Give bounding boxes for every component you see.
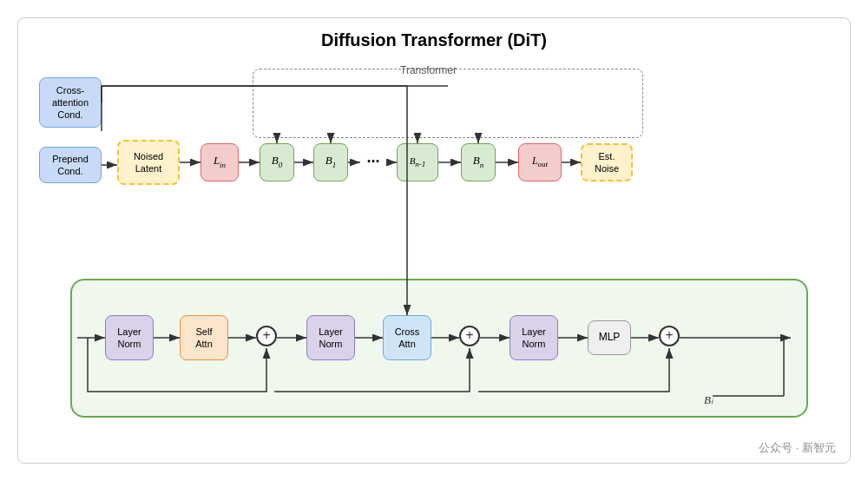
transformer-label: Transformer: [400, 64, 457, 76]
b1-box: B1: [313, 143, 348, 181]
l-out-label: Lout: [532, 155, 548, 170]
l-out-box: Lout: [518, 143, 562, 181]
bn-1-box: Bn-1: [397, 143, 438, 181]
watermark: 公众号 · 新智元: [759, 440, 836, 456]
layer-norm-3-label: LayerNorm: [522, 326, 546, 351]
bn-box: Bn: [461, 143, 496, 181]
self-attn-box: SelfAttn: [180, 315, 228, 360]
bi-text: Bᵢ: [704, 393, 713, 406]
noised-latent-label: NoisedLatent: [134, 150, 163, 175]
layer-norm-2-label: LayerNorm: [319, 326, 343, 351]
l-in-box: Lin: [201, 143, 239, 181]
b0-label: B0: [272, 154, 282, 170]
self-attn-label: SelfAttn: [195, 326, 213, 351]
est-noise-label: Est.Noise: [595, 150, 619, 175]
diagram-title: Diffusion Transformer (DiT): [18, 18, 850, 50]
diagram-container: Diffusion Transformer (DiT) Transformer …: [17, 17, 851, 464]
bn-label: Bn: [473, 154, 483, 170]
est-noise-box: Est.Noise: [581, 143, 633, 181]
dots-text: ···: [366, 152, 379, 172]
transformer-dashed-border: [253, 69, 643, 138]
layer-norm-1-box: LayerNorm: [105, 315, 154, 360]
b0-box: B0: [260, 143, 294, 181]
dots-label: ···: [360, 147, 386, 178]
prepend-cond-label: PrependCond.: [52, 153, 89, 178]
b1-label: B1: [326, 154, 336, 170]
layer-norm-1-label: LayerNorm: [117, 326, 141, 351]
plus-circle-3: +: [659, 326, 680, 346]
cross-attn-label: CrossAttn: [395, 326, 420, 351]
noised-latent-box: NoisedLatent: [117, 140, 180, 185]
cross-attention-cond-box: Cross-attentionCond.: [39, 77, 102, 128]
bn-1-label: Bn-1: [410, 155, 426, 170]
cross-attention-label: Cross-attentionCond.: [52, 84, 89, 122]
l-in-label: Lin: [214, 154, 226, 170]
prepend-cond-box: PrependCond.: [39, 147, 102, 183]
layer-norm-3-box: LayerNorm: [510, 315, 558, 360]
mlp-box: MLP: [588, 320, 631, 355]
plus-circle-1: +: [256, 326, 277, 346]
layer-norm-2-box: LayerNorm: [306, 315, 355, 360]
cross-attn-box: CrossAttn: [383, 315, 431, 360]
bi-label: Bᵢ: [704, 393, 713, 407]
mlp-label: MLP: [599, 331, 621, 345]
plus-circle-2: +: [459, 326, 480, 346]
